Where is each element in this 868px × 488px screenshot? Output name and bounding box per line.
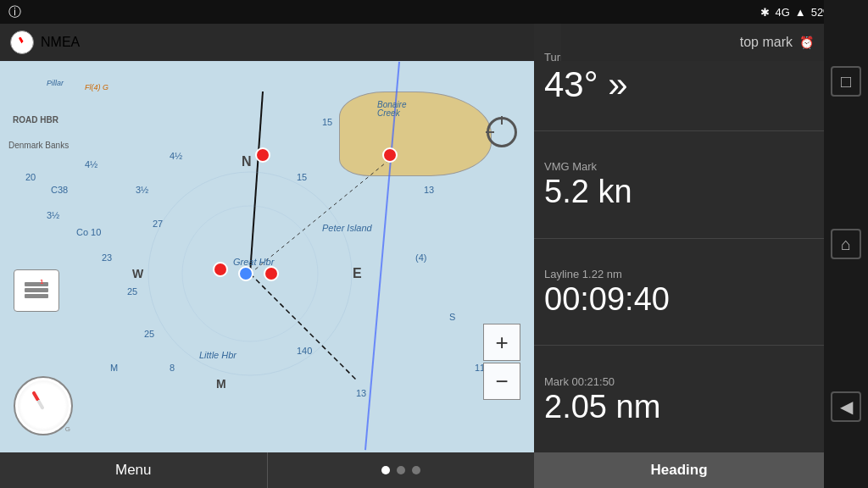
svg-rect-36 [25,294,48,298]
compass-widget[interactable]: G [14,376,73,435]
chart-background: N E W M 20 C38 3½ Co 10 23 25 25 8 M 15 … [0,24,534,452]
zoom-out-button[interactable]: − [483,363,520,400]
right-nav: □ ⌂ ◀ [824,0,868,488]
compass-header-icon [10,30,34,54]
compass-needle [31,391,44,410]
layline-value: 00:09:40 [544,282,814,318]
signal-icon: ▲ [795,6,806,19]
compass-needle [18,36,26,48]
layline-row: Layline 1.22 nm 00:09:40 [534,239,824,347]
alarm-icon: ⏰ [799,36,814,49]
google-brand: G [65,425,70,433]
data-panel: Turn instruction 43° » VMG Mark 5.2 kn L… [534,24,824,452]
turn-instruction-value: 43° » [544,65,814,104]
info-icon: ⓘ [8,4,21,20]
window-icon[interactable]: □ [831,66,861,97]
water-background [0,24,534,452]
status-bar: ⓘ ✱ 4G ▲ 52% 9:04 [0,0,868,24]
vmg-mark-row: VMG Mark 5.2 kn [534,131,824,239]
top-mark-text: top mark [740,35,793,50]
vmg-mark-label: VMG Mark [544,160,814,173]
layline-label: Layline 1.22 nm [544,268,814,280]
target-circle [487,117,517,147]
bottom-bar[interactable]: Menu [0,452,534,488]
heading-button[interactable]: Heading [534,452,824,488]
app-header: NMEA [0,24,534,61]
compass-dial: G [18,380,69,431]
mark-row: Mark 00:21:50 2.05 nm [534,346,824,452]
north-land [339,92,492,176]
page-dot-1 [381,466,390,474]
vmg-mark-value: 5.2 kn [544,175,814,210]
home-icon[interactable]: ⌂ [831,229,861,259]
target-reticle[interactable] [483,114,520,151]
svg-rect-38 [25,282,48,286]
page-indicator [268,452,535,488]
network-label: 4G [775,6,789,19]
layers-widget[interactable]: 1 [14,269,59,312]
menu-button[interactable]: Menu [0,452,268,488]
map-area[interactable]: N E W M 20 C38 3½ Co 10 23 25 25 8 M 15 … [0,24,534,452]
back-icon[interactable]: ◀ [831,391,861,422]
zoom-in-button[interactable]: + [483,324,520,361]
svg-text:1: 1 [40,278,44,286]
page-dot-2 [397,466,405,474]
mark-label: Mark 00:21:50 [544,375,814,388]
zoom-controls[interactable]: + − [483,324,520,402]
mark-value: 2.05 nm [544,390,814,425]
svg-rect-37 [25,288,48,292]
bluetooth-icon: ✱ [760,6,770,19]
page-dot-3 [412,466,420,474]
top-mark-area: top mark ⏰ [561,24,824,61]
app-title: NMEA [41,35,80,50]
